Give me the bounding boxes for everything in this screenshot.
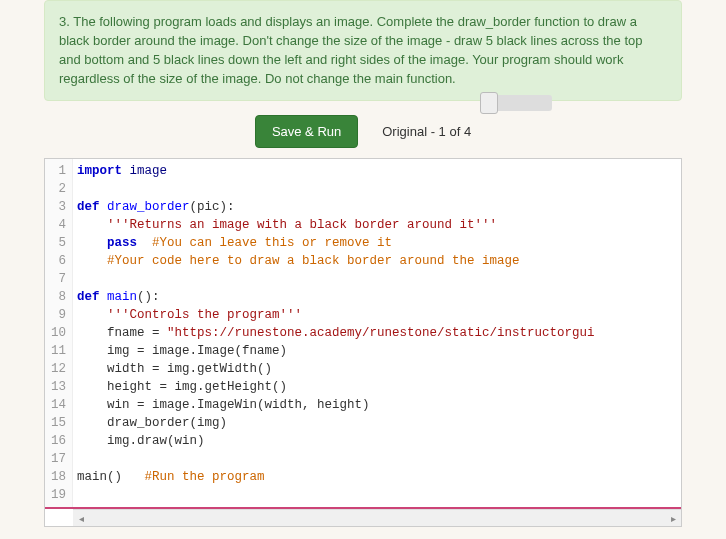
horizontal-scrollbar[interactable]: ◂ ▸ [73,509,681,526]
code-line[interactable]: fname = "https://runestone.academy/runes… [77,324,677,342]
line-number: 9 [49,306,66,324]
toolbar: Save & Run Original - 1 of 4 [44,115,682,148]
editor-bottom-bar: ◂ ▸ [45,507,681,526]
code-line[interactable] [77,270,677,288]
line-number: 18 [49,468,66,486]
line-number: 16 [49,432,66,450]
line-number: 17 [49,450,66,468]
activity-caption: Activity: 1 ActiveCode (csw_drawborder) [0,527,726,539]
code-line[interactable] [77,486,677,504]
line-number: 19 [49,486,66,504]
code-line[interactable]: '''Returns an image with a black border … [77,216,677,234]
scroll-left-icon[interactable]: ◂ [73,510,89,527]
instruction-panel: 3. The following program loads and displ… [44,0,682,101]
code-content[interactable]: import imagedef draw_border(pic): '''Ret… [73,159,681,507]
code-line[interactable]: pass #You can leave this or remove it [77,234,677,252]
version-label: Original - 1 of 4 [382,124,471,139]
line-number: 15 [49,414,66,432]
line-number: 7 [49,270,66,288]
code-line[interactable]: img = image.Image(fname) [77,342,677,360]
code-line[interactable]: def draw_border(pic): [77,198,677,216]
line-number: 14 [49,396,66,414]
code-editor[interactable]: 12345678910111213141516171819 import ima… [44,158,682,527]
line-number: 4 [49,216,66,234]
line-number: 8 [49,288,66,306]
code-line[interactable]: width = img.getWidth() [77,360,677,378]
code-line[interactable] [77,180,677,198]
scroll-right-icon[interactable]: ▸ [665,510,681,527]
line-number: 12 [49,360,66,378]
slider-thumb[interactable] [480,92,498,114]
code-line[interactable]: import image [77,162,677,180]
line-number-gutter: 12345678910111213141516171819 [45,159,73,507]
code-line[interactable]: draw_border(img) [77,414,677,432]
instruction-text: 3. The following program loads and displ… [59,14,642,86]
line-number: 2 [49,180,66,198]
code-line[interactable]: #Your code here to draw a black border a… [77,252,677,270]
code-line[interactable]: def main(): [77,288,677,306]
line-number: 3 [49,198,66,216]
line-number: 11 [49,342,66,360]
code-line[interactable]: height = img.getHeight() [77,378,677,396]
line-number: 5 [49,234,66,252]
line-number: 13 [49,378,66,396]
code-line[interactable]: main() #Run the program [77,468,677,486]
history-slider[interactable] [482,95,552,111]
save-and-run-button[interactable]: Save & Run [255,115,358,148]
line-number: 1 [49,162,66,180]
code-line[interactable]: img.draw(win) [77,432,677,450]
code-line[interactable]: '''Controls the program''' [77,306,677,324]
line-number: 10 [49,324,66,342]
line-number: 6 [49,252,66,270]
code-line[interactable]: win = image.ImageWin(width, height) [77,396,677,414]
code-line[interactable] [77,450,677,468]
